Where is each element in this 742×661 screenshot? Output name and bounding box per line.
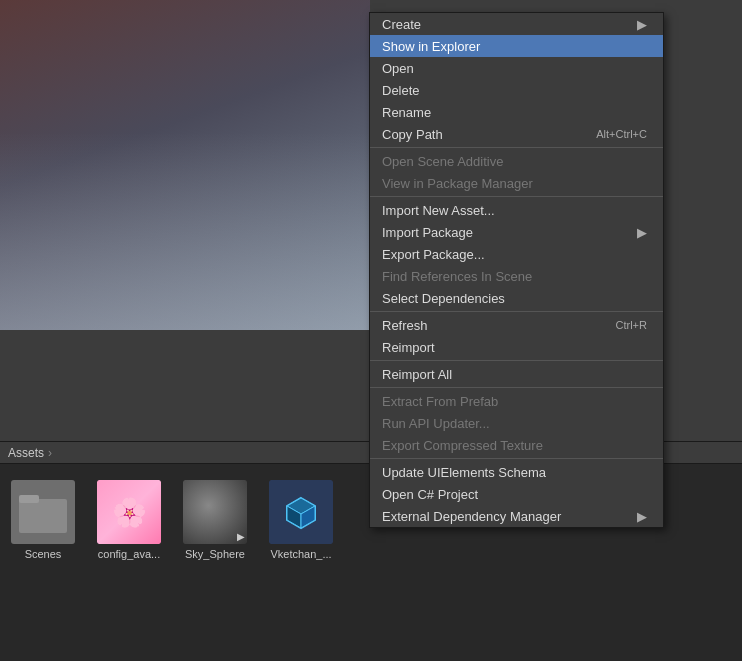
menu-item-open-scene-additive: Open Scene Additive: [370, 150, 663, 172]
menu-arrow-external-dependency: ▶: [637, 509, 647, 524]
menu-label-refresh: Refresh: [382, 318, 596, 333]
menu-label-update-uielements: Update UIElements Schema: [382, 465, 647, 480]
asset-config-ava[interactable]: 🌸 config_ava...: [94, 480, 164, 560]
avatar-icon: 🌸: [97, 480, 161, 544]
menu-arrow-import-package: ▶: [637, 225, 647, 240]
menu-label-create: Create: [382, 17, 629, 32]
menu-item-open[interactable]: Open: [370, 57, 663, 79]
context-menu: Create▶Show in ExplorerOpenDeleteRenameC…: [369, 12, 664, 528]
menu-item-import-new-asset[interactable]: Import New Asset...: [370, 199, 663, 221]
menu-item-refresh[interactable]: RefreshCtrl+R: [370, 314, 663, 336]
menu-label-import-package: Import Package: [382, 225, 629, 240]
vketchan-icon: [269, 480, 333, 544]
asset-sky-sphere[interactable]: Sky_Sphere: [180, 480, 250, 560]
menu-shortcut-refresh: Ctrl+R: [616, 319, 647, 331]
menu-label-open-csharp: Open C# Project: [382, 487, 647, 502]
menu-item-run-api-updater: Run API Updater...: [370, 412, 663, 434]
scenes-folder-icon: [11, 480, 75, 544]
menu-separator-after-reimport-all: [370, 387, 663, 388]
asset-scenes[interactable]: Scenes: [8, 480, 78, 560]
menu-label-open: Open: [382, 61, 647, 76]
sky-sphere-thumbnail: [183, 480, 247, 544]
menu-label-rename: Rename: [382, 105, 647, 120]
vketchan-label: Vketchan_...: [270, 548, 331, 560]
menu-label-select-dependencies: Select Dependencies: [382, 291, 647, 306]
menu-item-select-dependencies[interactable]: Select Dependencies: [370, 287, 663, 309]
menu-label-import-new-asset: Import New Asset...: [382, 203, 647, 218]
menu-item-reimport[interactable]: Reimport: [370, 336, 663, 358]
vketchan-thumbnail: [269, 480, 333, 544]
sky-sphere-label: Sky_Sphere: [185, 548, 245, 560]
menu-item-import-package[interactable]: Import Package▶: [370, 221, 663, 243]
menu-item-external-dependency[interactable]: External Dependency Manager▶: [370, 505, 663, 527]
menu-item-rename[interactable]: Rename: [370, 101, 663, 123]
svg-rect-0: [19, 499, 67, 533]
menu-item-extract-from-prefab: Extract From Prefab: [370, 390, 663, 412]
menu-label-reimport: Reimport: [382, 340, 647, 355]
menu-item-export-package[interactable]: Export Package...: [370, 243, 663, 265]
avatar-thumbnail: 🌸: [97, 480, 161, 544]
menu-item-view-in-package-manager: View in Package Manager: [370, 172, 663, 194]
menu-item-copy-path[interactable]: Copy PathAlt+Ctrl+C: [370, 123, 663, 145]
menu-separator-after-export-compressed-texture: [370, 458, 663, 459]
breadcrumb-root: Assets: [8, 446, 44, 460]
menu-item-show-in-explorer[interactable]: Show in Explorer: [370, 35, 663, 57]
menu-label-reimport-all: Reimport All: [382, 367, 647, 382]
menu-separator-after-reimport: [370, 360, 663, 361]
asset-vketchan[interactable]: Vketchan_...: [266, 480, 336, 560]
menu-shortcut-copy-path: Alt+Ctrl+C: [596, 128, 647, 140]
menu-item-find-references: Find References In Scene: [370, 265, 663, 287]
menu-separator-after-view-in-package-manager: [370, 196, 663, 197]
menu-separator-after-select-dependencies: [370, 311, 663, 312]
menu-label-show-in-explorer: Show in Explorer: [382, 39, 647, 54]
config-ava-label: config_ava...: [98, 548, 160, 560]
menu-item-open-csharp[interactable]: Open C# Project: [370, 483, 663, 505]
scene-grid: [0, 132, 370, 330]
menu-separator-after-copy-path: [370, 147, 663, 148]
svg-rect-1: [19, 495, 39, 503]
menu-label-external-dependency: External Dependency Manager: [382, 509, 629, 524]
menu-item-create[interactable]: Create▶: [370, 13, 663, 35]
breadcrumb-separator: ›: [48, 446, 52, 460]
menu-label-find-references: Find References In Scene: [382, 269, 647, 284]
menu-item-export-compressed-texture: Export Compressed Texture: [370, 434, 663, 456]
sky-sphere-icon: [183, 480, 247, 544]
menu-arrow-create: ▶: [637, 17, 647, 32]
folder-svg: [17, 489, 69, 535]
menu-label-delete: Delete: [382, 83, 647, 98]
menu-label-open-scene-additive: Open Scene Additive: [382, 154, 647, 169]
menu-label-export-package: Export Package...: [382, 247, 647, 262]
menu-item-delete[interactable]: Delete: [370, 79, 663, 101]
menu-item-update-uielements[interactable]: Update UIElements Schema: [370, 461, 663, 483]
menu-item-reimport-all[interactable]: Reimport All: [370, 363, 663, 385]
menu-label-copy-path: Copy Path: [382, 127, 576, 142]
scenes-label: Scenes: [25, 548, 62, 560]
menu-label-extract-from-prefab: Extract From Prefab: [382, 394, 647, 409]
cube-svg: [283, 494, 319, 530]
menu-label-run-api-updater: Run API Updater...: [382, 416, 647, 431]
menu-label-view-in-package-manager: View in Package Manager: [382, 176, 647, 191]
scene-view: [0, 0, 370, 330]
editor-background: Assets › Scenes 🌸 config_ava...: [0, 0, 742, 661]
menu-label-export-compressed-texture: Export Compressed Texture: [382, 438, 647, 453]
